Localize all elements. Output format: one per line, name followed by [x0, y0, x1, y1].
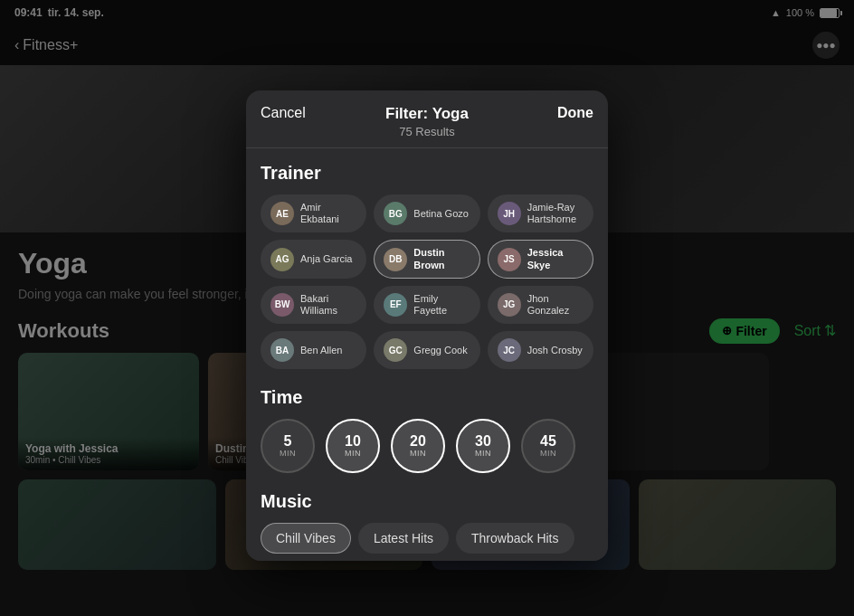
music-chips: Chill Vibes Latest Hits Throwback Hits E… — [261, 523, 593, 561]
trainer-chip-emily[interactable]: EF Emily Fayette — [374, 286, 479, 324]
music-latest-hits[interactable]: Latest Hits — [358, 523, 449, 554]
trainer-name-emily: Emily Fayette — [413, 293, 470, 317]
music-chill-vibes[interactable]: Chill Vibes — [261, 523, 351, 554]
results-label: 75 Results — [264, 125, 590, 138]
avatar-betina: BG — [384, 202, 407, 225]
trainer-chip-jhon[interactable]: JG Jhon Gonzalez — [488, 286, 593, 324]
time-unit-10: MIN — [345, 449, 361, 458]
trainer-name-gregg: Gregg Cook — [413, 345, 467, 356]
trainer-chip-jamie[interactable]: JH Jamie-Ray Hartshorne — [488, 194, 593, 232]
time-value-10: 10 — [345, 434, 361, 449]
avatar-gregg: GC — [384, 338, 407, 362]
modal-body: Trainer AE Amir Ekbatani BG Betina Gozo … — [246, 148, 608, 561]
trainer-chip-jessica[interactable]: JS Jessica Skye — [488, 240, 593, 278]
trainer-name-ben: Ben Allen — [300, 345, 342, 356]
trainer-name-jhon: Jhon Gonzalez — [527, 293, 584, 317]
trainer-chip-dustin[interactable]: DB Dustin Brown — [374, 240, 479, 278]
time-value-20: 20 — [410, 434, 426, 449]
trainer-section-heading: Trainer — [261, 163, 593, 184]
trainer-chip-gregg[interactable]: GC Gregg Cook — [374, 331, 479, 369]
done-button[interactable]: Done — [557, 105, 593, 121]
filter-modal: Cancel Filter: Yoga 75 Results Done Trai… — [246, 90, 608, 561]
trainer-chip-josh[interactable]: JC Josh Crosby — [488, 331, 593, 369]
time-value-5: 5 — [284, 434, 292, 449]
time-section-heading: Time — [261, 387, 593, 408]
time-unit-20: MIN — [410, 449, 426, 458]
trainer-name-dustin: Dustin Brown — [413, 247, 470, 270]
trainer-name-josh: Josh Crosby — [527, 345, 583, 356]
trainer-name-amir: Amir Ekbatani — [300, 202, 356, 225]
time-30min[interactable]: 30 MIN — [456, 419, 510, 473]
avatar-jamie: JH — [498, 202, 521, 225]
cancel-button[interactable]: Cancel — [261, 105, 306, 121]
avatar-anja: AG — [270, 248, 294, 271]
avatar-emily: EF — [384, 293, 407, 317]
time-unit-45: MIN — [540, 449, 556, 458]
modal-overlay: Cancel Filter: Yoga 75 Results Done Trai… — [0, 0, 854, 616]
avatar-bakari: BW — [270, 293, 294, 317]
avatar-ben: BA — [270, 338, 294, 362]
music-throwback-hits[interactable]: Throwback Hits — [456, 523, 574, 554]
trainer-name-betina: Betina Gozo — [413, 208, 469, 220]
trainer-name-bakari: Bakari Williams — [300, 293, 356, 317]
time-5min[interactable]: 5 MIN — [261, 419, 315, 473]
time-value-45: 45 — [540, 434, 556, 449]
time-20min[interactable]: 20 MIN — [391, 419, 445, 473]
avatar-josh: JC — [498, 338, 521, 362]
trainer-name-jessica: Jessica Skye — [527, 247, 584, 270]
avatar-dustin: DB — [384, 248, 407, 271]
trainer-name-anja: Anja Garcia — [300, 253, 352, 265]
trainer-chip-ben[interactable]: BA Ben Allen — [261, 331, 366, 369]
trainer-chip-betina[interactable]: BG Betina Gozo — [374, 194, 479, 232]
modal-title: Filter: Yoga — [264, 105, 590, 123]
time-section: Time 5 MIN 10 MIN 20 MIN 30 — [261, 387, 593, 473]
time-value-30: 30 — [475, 434, 491, 449]
music-section: Music Chill Vibes Latest Hits Throwback … — [261, 491, 593, 561]
avatar-amir: AE — [270, 202, 294, 225]
trainer-chip-bakari[interactable]: BW Bakari Williams — [261, 286, 366, 324]
trainer-chip-anja[interactable]: AG Anja Garcia — [261, 240, 366, 278]
trainer-name-jamie: Jamie-Ray Hartshorne — [527, 202, 584, 225]
avatar-jhon: JG — [498, 293, 521, 317]
time-circles: 5 MIN 10 MIN 20 MIN 30 MIN — [261, 419, 593, 473]
time-10min[interactable]: 10 MIN — [326, 419, 380, 473]
time-unit-30: MIN — [475, 449, 491, 458]
avatar-jessica: JS — [498, 248, 521, 271]
trainer-grid: AE Amir Ekbatani BG Betina Gozo JH Jamie… — [261, 194, 593, 369]
time-unit-5: MIN — [280, 449, 296, 458]
music-section-heading: Music — [261, 491, 593, 512]
trainer-chip-amir[interactable]: AE Amir Ekbatani — [261, 194, 366, 232]
modal-header: Cancel Filter: Yoga 75 Results Done — [246, 90, 608, 148]
time-45min[interactable]: 45 MIN — [521, 419, 575, 473]
